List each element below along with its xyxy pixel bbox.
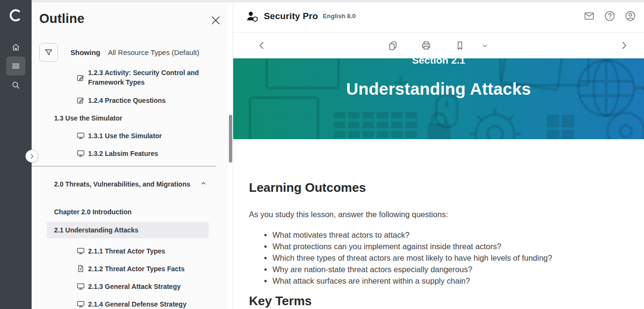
- bookmark-button[interactable]: [454, 40, 465, 51]
- monitor-icon: [77, 132, 85, 140]
- user-shield-icon: [246, 10, 259, 22]
- chevron-right-icon: [619, 40, 629, 51]
- outline-panel: Outline Showing All Resource Types (Defa…: [32, 0, 233, 309]
- bookmark-menu-button[interactable]: [479, 40, 490, 51]
- filter-button[interactable]: [39, 43, 58, 62]
- outline-item[interactable]: 1.3 Use the Simulator: [32, 109, 228, 127]
- outline-panel-title: Outline: [39, 11, 84, 26]
- course-title: Security Pro: [264, 11, 318, 22]
- banner-pattern: [233, 58, 644, 139]
- outline-scrollbar-track[interactable]: [228, 2, 233, 309]
- chevron-up-icon[interactable]: [200, 180, 207, 188]
- outline-item-label: 2.1.3 General Attack Strategy: [88, 282, 181, 291]
- close-icon: [211, 15, 221, 25]
- monitor-icon: [77, 247, 85, 255]
- mail-button[interactable]: [583, 10, 595, 22]
- question-item: What protections can you implement again…: [272, 241, 625, 252]
- outline-tree: 1.2.3 Activity: Security Control and Fra…: [32, 64, 228, 309]
- question-item: What motivates threat actors to attack?: [272, 229, 625, 241]
- question-item: Why are nation-state threat actors espec…: [272, 264, 625, 275]
- outline-item-label: 1.3 Use the Simulator: [54, 113, 122, 123]
- page-top-strip: [32, 0, 644, 2]
- header-icons: [583, 10, 636, 22]
- outline-item[interactable]: 2.0 Threats, Vulnerabilities, and Migrat…: [32, 170, 228, 198]
- outline-item-label: 2.1.4 General Defense Strategy: [88, 299, 186, 309]
- mail-icon: [583, 10, 595, 22]
- key-terms-heading: Key Terms: [249, 294, 625, 309]
- panel-expand-button[interactable]: [25, 150, 38, 163]
- filter-value-label[interactable]: All Resource Types (Default): [108, 48, 200, 56]
- learning-outcomes-heading: Learning Outcomes: [249, 180, 625, 195]
- filter-row: Showing All Resource Types (Default): [39, 43, 199, 62]
- c-logo-icon: [9, 8, 23, 22]
- outline-item-label: 1.2.4 Practice Questions: [88, 96, 166, 105]
- outline-close-button[interactable]: [209, 14, 222, 26]
- outline-item[interactable]: 1.3.2 Labsim Features: [32, 144, 228, 162]
- brand-logo[interactable]: [0, 8, 32, 24]
- course-header: Security Pro English 8.0: [233, 0, 644, 33]
- search-icon: [11, 80, 21, 90]
- outline-item[interactable]: 2.1.4 General Defense Strategy: [32, 295, 228, 309]
- help-button[interactable]: [603, 10, 616, 22]
- outline-item[interactable]: 2.1 Understanding Attacks: [47, 222, 209, 238]
- chevron-down-icon: [481, 42, 489, 50]
- outline-divider: [32, 166, 216, 166]
- outline-item-label: 1.2.3 Activity: Security Control and Fra…: [88, 68, 209, 87]
- outline-item[interactable]: 1.2.3 Activity: Security Control and Fra…: [32, 64, 228, 91]
- outline-item-label: 2.1.2 Threat Actor Types Facts: [88, 264, 185, 274]
- menu-icon: [11, 61, 21, 71]
- home-button[interactable]: [6, 38, 25, 57]
- question-list: What motivates threat actors to attack?W…: [249, 229, 625, 287]
- outline-item[interactable]: 2.1.3 General Attack Strategy: [32, 277, 228, 295]
- filter-icon: [44, 48, 53, 57]
- chevron-left-icon: [257, 40, 267, 51]
- print-icon: [420, 40, 432, 51]
- account-button[interactable]: [624, 10, 636, 22]
- outline-item-label: 1.3.1 Use the Simulator: [88, 131, 162, 141]
- course-version: English 8.0: [323, 12, 356, 20]
- outline-item[interactable]: 2.1.1 Threat Actor Types: [32, 242, 228, 260]
- section-banner: Section 2.1 Understanding Attacks: [233, 58, 644, 139]
- main-panel: Security Pro English 8.0: [233, 0, 644, 309]
- question-item: Which three types of threat actors are m…: [272, 252, 625, 264]
- banner-section-label: Section 2.1: [233, 58, 644, 66]
- chevron-right-icon: [29, 154, 35, 159]
- help-icon: [604, 10, 616, 22]
- monitor-icon: [77, 300, 85, 308]
- copy-button[interactable]: [387, 40, 398, 51]
- copy-icon: [387, 40, 398, 51]
- filter-showing-label: Showing: [70, 48, 101, 56]
- document-icon: [77, 265, 85, 273]
- outline-item[interactable]: 2.1.2 Threat Actor Types Facts: [32, 260, 228, 277]
- outline-item-label: 2.1 Understanding Attacks: [54, 225, 138, 235]
- outline-item-label: 2.0 Threats, Vulnerabilities, and Migrat…: [54, 179, 190, 189]
- next-page-button[interactable]: [618, 40, 630, 51]
- search-button[interactable]: [6, 76, 25, 95]
- banner-title: Understanding Attacks: [233, 79, 644, 99]
- outline-scrollbar-thumb[interactable]: [229, 115, 232, 163]
- lesson-toolbar: [233, 33, 644, 58]
- outline-item-label: 2.1.1 Threat Actor Types: [88, 246, 165, 256]
- outline-menu-button[interactable]: [6, 56, 25, 76]
- outline-item-label: Chapter 2.0 Introduction: [54, 207, 132, 217]
- monitor-icon: [77, 282, 85, 290]
- edit-icon: [77, 74, 85, 82]
- outline-item[interactable]: 1.2.4 Practice Questions: [32, 91, 228, 109]
- print-button[interactable]: [420, 40, 432, 51]
- outline-item[interactable]: Chapter 2.0 Introduction: [32, 203, 228, 221]
- monitor-icon: [77, 149, 85, 157]
- bookmark-icon: [454, 40, 465, 51]
- edit-icon: [77, 96, 85, 104]
- previous-page-button[interactable]: [256, 40, 268, 51]
- app-window: Outline Showing All Resource Types (Defa…: [0, 0, 644, 309]
- lesson-intro-text: As you study this lesson, answer the fol…: [249, 210, 625, 219]
- outline-item-label: 1.3.2 Labsim Features: [88, 149, 158, 158]
- question-item: What attack surfaces are inherent within…: [272, 275, 625, 287]
- account-icon: [624, 10, 636, 22]
- toolbar-center-group: [387, 40, 490, 51]
- outline-item[interactable]: 1.3.1 Use the Simulator: [32, 127, 228, 144]
- lesson-content: Learning Outcomes As you study this less…: [233, 180, 644, 309]
- home-icon: [11, 43, 21, 52]
